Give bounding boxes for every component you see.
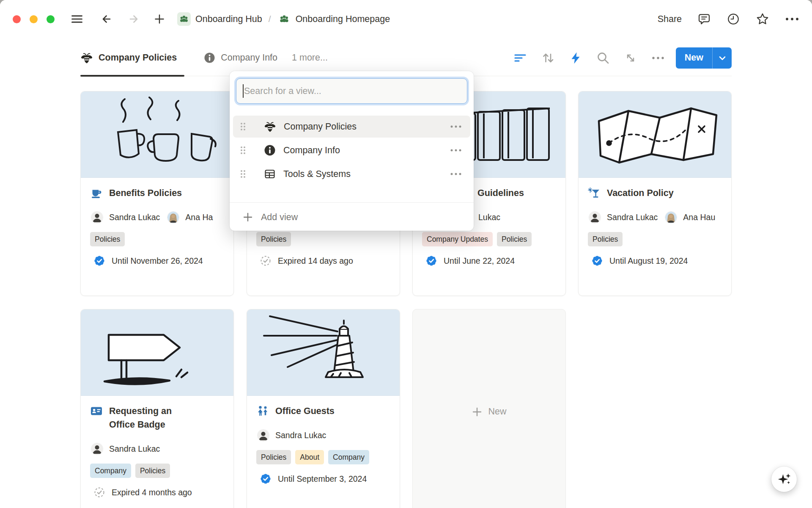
view-item-tools-systems[interactable]: Tools & Systems	[233, 163, 470, 185]
breadcrumb-root[interactable]: Onboarding Hub	[195, 14, 262, 25]
new-card-placeholder[interactable]: New	[412, 309, 566, 508]
card-status: Expired 4 months ago	[90, 486, 224, 498]
card-title-text: Requesting an Office Badge	[109, 404, 185, 431]
card-status: Until November 26, 2024	[90, 255, 224, 267]
view-search-input[interactable]	[236, 78, 467, 104]
minimize-window-button[interactable]	[30, 15, 38, 23]
ellipsis-icon	[450, 125, 462, 128]
view-item-company-info[interactable]: Company Info	[233, 139, 470, 161]
new-record-button-group: New	[676, 47, 732, 69]
view-item-options-button[interactable]	[450, 149, 462, 152]
view-item-options-button[interactable]	[450, 172, 462, 176]
card-cover-lighthouse-doodle	[247, 309, 400, 396]
bee-icon	[264, 121, 276, 133]
status-text: Until September 3, 2024	[278, 474, 367, 484]
sort-button[interactable]	[541, 52, 555, 64]
more-views-button[interactable]: 1 more...	[292, 52, 328, 63]
card-cover-mugs-doodle	[81, 91, 233, 178]
onboarding-hub-icon	[177, 12, 191, 26]
card-title-text: Benefits Policies	[109, 186, 182, 200]
tag-company: Company	[90, 464, 131, 478]
avatar-sandra	[258, 430, 269, 441]
plus-icon	[242, 212, 253, 223]
add-view-button[interactable]: Add view	[242, 208, 298, 226]
new-record-dropdown-button[interactable]	[713, 47, 732, 69]
tab-company-policies-label: Company Policies	[99, 52, 177, 63]
drag-handle-icon[interactable]	[240, 169, 246, 179]
card-content: Vacation Policy Sandra Lukac Ana Hau Pol…	[579, 178, 731, 267]
coffee-cup-icon	[90, 187, 103, 199]
new-card-inner: New	[472, 406, 506, 417]
clock-icon	[727, 12, 740, 26]
share-button[interactable]: Share	[658, 14, 682, 25]
filter-button[interactable]	[513, 52, 527, 64]
two-people-icon	[256, 405, 269, 417]
avatar-sandra	[589, 212, 601, 223]
forward-button[interactable]	[127, 13, 140, 25]
card-cover-map-doodle	[579, 91, 731, 178]
card-status: Until June 22, 2024	[422, 255, 556, 267]
card-title-text: Guidelines	[477, 186, 524, 200]
verified-badge-icon	[591, 255, 603, 267]
view-item-company-policies[interactable]: Company Policies	[233, 116, 470, 138]
page-options-button[interactable]	[785, 17, 799, 21]
ai-assistant-button[interactable]	[771, 467, 797, 492]
search-button[interactable]	[596, 51, 610, 65]
card-status: Until August 19, 2024	[588, 255, 722, 267]
card-tags: Company Updates Policies	[422, 232, 556, 246]
tag-company: Company	[328, 450, 369, 464]
plus-icon	[472, 406, 483, 417]
view-options-button[interactable]	[651, 56, 665, 60]
view-item-label: Tools & Systems	[283, 169, 351, 179]
card-title-text: Vacation Policy	[607, 186, 674, 200]
expired-check-icon	[93, 486, 105, 498]
star-icon	[756, 12, 769, 26]
expand-view-button[interactable]	[624, 52, 637, 64]
bee-icon	[80, 52, 93, 64]
close-window-button[interactable]	[13, 15, 21, 23]
tag-policies: Policies	[256, 232, 291, 246]
info-icon	[204, 52, 215, 64]
zoom-window-button[interactable]	[47, 15, 55, 23]
sparkles-icon	[775, 470, 793, 489]
verified-badge-icon	[93, 255, 105, 267]
card-office-guests[interactable]: Office Guests Sandra Lukac Policies Abou…	[247, 309, 400, 508]
expired-check-icon	[260, 255, 272, 267]
breadcrumb: Onboarding Hub / Onboarding Homepage	[177, 12, 390, 26]
status-text: Until November 26, 2024	[112, 256, 203, 266]
new-record-button[interactable]: New	[676, 47, 713, 69]
view-list: Company Policies Company Info	[233, 116, 470, 187]
back-button[interactable]	[100, 13, 113, 25]
view-search	[236, 78, 467, 104]
card-owner-row: Sandra Lukac	[90, 442, 224, 455]
sidebar-menu-button[interactable]	[71, 14, 83, 25]
tab-company-policies[interactable]: Company Policies	[80, 40, 184, 76]
history-button[interactable]	[727, 12, 740, 26]
filter-icon	[513, 52, 527, 64]
card-owner-row: Sandra Lukac	[256, 429, 390, 442]
titlebar: Onboarding Hub / Onboarding Homepage Sha…	[0, 0, 812, 38]
owner-name: Sandra Lukac	[275, 431, 326, 440]
lightning-icon	[569, 51, 582, 65]
drag-handle-icon[interactable]	[240, 146, 246, 155]
text-caret	[243, 84, 244, 98]
status-text: Expired 4 months ago	[112, 488, 192, 497]
new-page-button[interactable]	[154, 13, 165, 25]
view-item-options-button[interactable]	[450, 125, 462, 128]
status-text: Until June 22, 2024	[444, 256, 515, 266]
comments-button[interactable]	[697, 12, 711, 26]
card-requesting-office-badge[interactable]: Requesting an Office Badge Sandra Lukac …	[80, 309, 234, 508]
owner-name: Ana Ha	[185, 213, 213, 222]
tab-company-info[interactable]: Company Info	[204, 40, 277, 76]
automations-button[interactable]	[569, 51, 582, 65]
card-vacation-policy[interactable]: Vacation Policy Sandra Lukac Ana Hau Pol…	[578, 91, 732, 296]
card-tags: Company Policies	[90, 464, 224, 478]
status-text: Expired 14 days ago	[278, 256, 353, 266]
drag-handle-icon[interactable]	[240, 122, 246, 131]
card-content: Requesting an Office Badge Sandra Lukac …	[81, 396, 233, 498]
breadcrumb-current[interactable]: Onboarding Homepage	[296, 14, 390, 25]
owner-name: Ana Hau	[683, 213, 715, 222]
card-status: Expired 14 days ago	[256, 255, 390, 267]
card-benefits-policies[interactable]: Benefits Policies Sandra Lukac Ana Ha Po…	[80, 91, 234, 296]
favorite-button[interactable]	[756, 12, 769, 26]
